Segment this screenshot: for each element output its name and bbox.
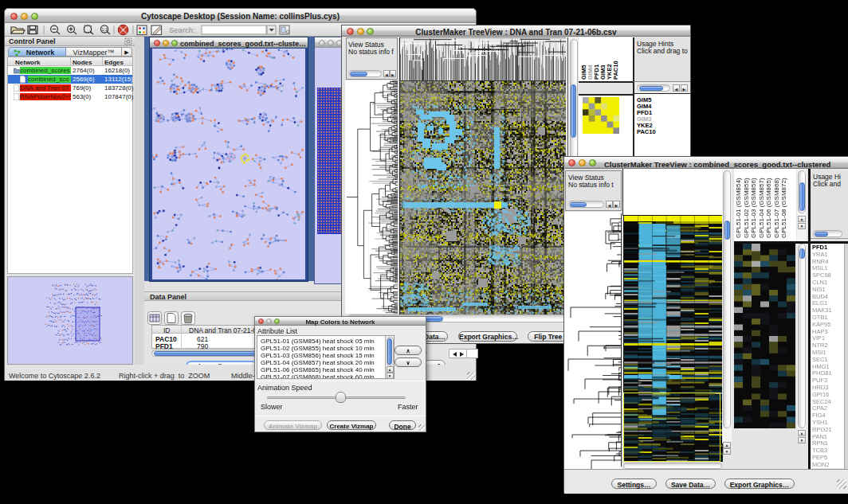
svg-text:Search:: Search: — [169, 25, 195, 34]
svg-text:1:1: 1:1 — [102, 27, 108, 32]
